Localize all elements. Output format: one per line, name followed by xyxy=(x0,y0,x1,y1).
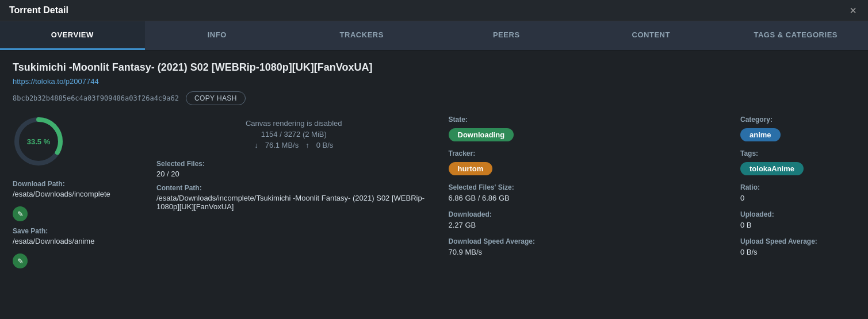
hash-text: 8bcb2b32b4885e6c4a03f909486a03f26a4c9a62 xyxy=(13,94,179,102)
save-path-section: Save Path: /esata/Downloads/anime ✎ xyxy=(13,227,139,268)
uploaded-value: 0 B xyxy=(740,221,855,229)
tracker-label: Tracker: xyxy=(449,149,724,157)
progress-text: 33.5 % xyxy=(27,137,51,146)
tab-bar: OVERVIEW INFO TRACKERS PEERS CONTENT TAG… xyxy=(0,21,868,51)
center-column: Canvas rendering is disabled 1154 / 3272… xyxy=(156,116,431,274)
edit-icon-2: ✎ xyxy=(17,257,24,266)
download-speed-icon: ↓ xyxy=(254,141,258,149)
selected-files-value: 20 / 20 xyxy=(156,170,431,178)
window-title: Torrent Detail xyxy=(9,5,68,16)
close-button[interactable]: × xyxy=(847,5,859,16)
canvas-rendering-text: Canvas rendering is disabled xyxy=(156,119,431,128)
progress-ring: 33.5 % xyxy=(13,116,64,167)
save-path-edit-button[interactable]: ✎ xyxy=(13,253,28,268)
uploaded-label: Uploaded: xyxy=(740,210,855,218)
content-path-value: /esata/Downloads/incomplete/Tsukimichi -… xyxy=(156,194,431,211)
torrent-link[interactable]: https://toloka.to/p2007744 xyxy=(13,77,855,86)
left-column: 33.5 % Download Path: /esata/Downloads/i… xyxy=(13,116,139,274)
selected-files-size-value: 6.86 GB / 6.86 GB xyxy=(449,194,724,202)
download-speed-avg-value: 70.9 MB/s xyxy=(449,248,724,256)
upload-speed-avg-section: Upload Speed Average: 0 B/s xyxy=(740,237,855,256)
selected-files-label: Selected Files: xyxy=(156,160,431,168)
category-section: Category: anime xyxy=(740,116,855,141)
tab-peers[interactable]: PEERS xyxy=(434,21,579,50)
tab-info[interactable]: INFO xyxy=(145,21,290,50)
edit-icon: ✎ xyxy=(17,210,24,218)
state-label: State: xyxy=(449,116,724,124)
speed-row: ↓ 76.1 MB/s ↑ 0 B/s xyxy=(156,141,431,149)
pieces-text: 1154 / 3272 (2 MiB) xyxy=(156,130,431,139)
canvas-info: Canvas rendering is disabled 1154 / 3272… xyxy=(156,119,431,149)
tab-trackers[interactable]: TRACKERS xyxy=(289,21,434,50)
downloaded-section: Downloaded: 2.27 GB xyxy=(449,210,724,229)
tracker-badge: hurtom xyxy=(449,162,493,175)
upload-speed-avg-value: 0 B/s xyxy=(740,248,855,256)
tags-badge: tolokaAnime xyxy=(740,162,804,175)
title-bar: Torrent Detail × xyxy=(0,0,868,21)
download-speed-value: 76.1 MB/s xyxy=(265,141,299,149)
tags-label: Tags: xyxy=(740,149,855,157)
download-speed-avg-label: Download Speed Average: xyxy=(449,237,724,245)
overview-content: Tsukimichi -Moonlit Fantasy- (2021) S02 … xyxy=(0,51,868,281)
tab-tags-categories[interactable]: TAGS & CATEGORIES xyxy=(724,21,869,50)
main-grid: 33.5 % Download Path: /esata/Downloads/i… xyxy=(13,116,855,274)
torrent-title: Tsukimichi -Moonlit Fantasy- (2021) S02 … xyxy=(13,62,855,74)
state-badge: Downloading xyxy=(449,128,514,141)
tracker-section: Tracker: hurtom xyxy=(449,149,724,175)
tab-content[interactable]: CONTENT xyxy=(579,21,724,50)
selected-files-section: Selected Files: 20 / 20 xyxy=(156,160,431,178)
save-path-label: Save Path: xyxy=(13,227,139,235)
content-path-section: Content Path: /esata/Downloads/incomplet… xyxy=(156,184,431,211)
tab-overview[interactable]: OVERVIEW xyxy=(0,21,145,50)
uploaded-section: Uploaded: 0 B xyxy=(740,210,855,229)
download-path-label: Download Path: xyxy=(13,180,139,188)
download-path-value: /esata/Downloads/incomplete xyxy=(13,190,139,198)
selected-files-size-label: Selected Files' Size: xyxy=(449,183,724,191)
download-path-edit-button[interactable]: ✎ xyxy=(13,206,28,221)
right-column: State: Downloading Tracker: hurtom Selec… xyxy=(449,116,724,274)
progress-ring-wrap: 33.5 % xyxy=(13,116,139,167)
download-path-section: Download Path: /esata/Downloads/incomple… xyxy=(13,180,139,221)
download-speed-avg-section: Download Speed Average: 70.9 MB/s xyxy=(449,237,724,256)
tags-section: Tags: tolokaAnime xyxy=(740,149,855,175)
category-badge: anime xyxy=(740,128,781,141)
ratio-label: Ratio: xyxy=(740,183,855,191)
upload-speed-icon: ↑ xyxy=(305,141,309,149)
upload-speed-avg-label: Upload Speed Average: xyxy=(740,237,855,245)
hash-row: 8bcb2b32b4885e6c4a03f909486a03f26a4c9a62… xyxy=(13,91,855,105)
selected-files-size-section: Selected Files' Size: 6.86 GB / 6.86 GB xyxy=(449,183,724,202)
upload-speed-value: 0 B/s xyxy=(316,141,334,149)
state-section: State: Downloading xyxy=(449,116,724,141)
content-path-label: Content Path: xyxy=(156,184,431,192)
ratio-section: Ratio: 0 xyxy=(740,183,855,202)
downloaded-label: Downloaded: xyxy=(449,210,724,218)
far-right-column: Category: anime Tags: tolokaAnime Ratio:… xyxy=(740,116,855,274)
category-label: Category: xyxy=(740,116,855,124)
save-path-value: /esata/Downloads/anime xyxy=(13,237,139,245)
copy-hash-button[interactable]: COPY HASH xyxy=(186,91,246,105)
downloaded-value: 2.27 GB xyxy=(449,221,724,229)
ratio-value: 0 xyxy=(740,194,855,202)
